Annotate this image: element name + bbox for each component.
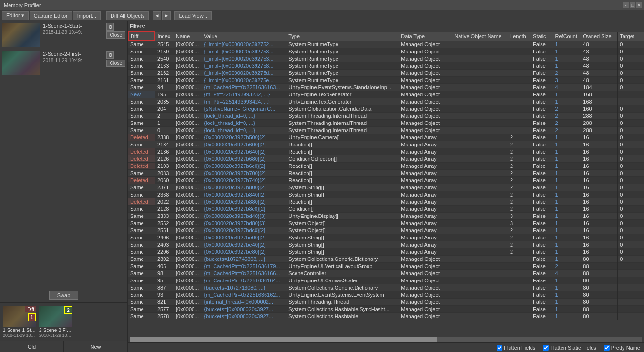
col-header-value[interactable]: Value xyxy=(202,32,286,41)
old-label[interactable]: Old xyxy=(0,341,64,352)
horizontal-scrollbar[interactable] xyxy=(128,335,644,342)
table-row[interactable]: Same 2035 [0x0000... {m_Ptr=225149399342… xyxy=(128,98,644,105)
cell-value[interactable]: {0x0000020c3927be40}[2] xyxy=(202,241,286,248)
table-row[interactable]: Deleted 2060 [0x0000... {0x0000020c3927b… xyxy=(128,177,644,184)
cell-value[interactable]: {m_Ptr=2251493993424, ...} xyxy=(202,98,286,105)
table-wrapper[interactable]: Diff Index Name Value Type Data Type Nat… xyxy=(128,31,644,335)
table-row[interactable]: Deleted 2103 [0x0000... {0x0000020c3927b… xyxy=(128,163,644,170)
table-row[interactable]: Deleted 2126 [0x0000... {0x0000020c3927b… xyxy=(128,155,644,163)
table-row[interactable]: Same 2083 [0x0000... {0x0000020c3927b700… xyxy=(128,170,644,177)
cell-value[interactable]: {0x0000020c3927bdc0}[2] xyxy=(202,227,286,234)
col-header-ownedsize[interactable]: Owned Size xyxy=(581,32,618,41)
table-row[interactable]: Same 405 [0x0000... {m_CachedPtr=0x22516… xyxy=(128,263,644,270)
cell-value[interactable]: {0x0000020c3927b740}[2] xyxy=(202,177,286,184)
cell-value[interactable]: {lock_thread_id=0, ...} xyxy=(202,113,286,120)
table-row[interactable]: Same 2578 [0x0000... {buckets=[0x0000020… xyxy=(128,313,644,320)
cell-value[interactable]: {0x0000020c3927b6c0}[2] xyxy=(202,163,286,170)
table-row[interactable]: Same 2545 [0x0000... {_impl=[0x0000020c3… xyxy=(128,41,644,48)
table-row[interactable]: Same 2128 [0x0000... {0x0000020c3927b8c0… xyxy=(128,206,644,213)
pretty-name-checkbox[interactable]: Pretty Name xyxy=(604,345,640,351)
cell-value[interactable]: {m_CachedPtr=0x2251636163... xyxy=(202,84,286,91)
cell-value[interactable]: {lock_thread_id=0, ...} xyxy=(202,127,286,134)
snapshot-gear-1[interactable]: ⚙ xyxy=(106,23,114,31)
cell-value[interactable]: {buckets=[0x0000020c3927... xyxy=(202,313,286,320)
cell-value[interactable]: {_impl=[0x0000020c39275d... xyxy=(202,70,286,77)
table-row[interactable]: Same 204 [0x0000... {sNativeName="Gregor… xyxy=(128,105,644,113)
table-row[interactable]: Same 95 [0x0000... {m_CachedPtr=0x225163… xyxy=(128,277,644,284)
cell-value[interactable]: {0x0000020c3927b640}[2] xyxy=(202,148,286,155)
table-row[interactable]: Same 2552 [0x0000... {0x0000020c3927bd80… xyxy=(128,220,644,227)
col-header-type[interactable]: Type xyxy=(286,32,399,41)
table-row[interactable]: Deleted 2136 [0x0000... {0x0000020c3927b… xyxy=(128,148,644,155)
table-row[interactable]: Same 2134 [0x0000... {0x0000020c3927b600… xyxy=(128,141,644,148)
maximize-button[interactable]: □ xyxy=(630,2,635,8)
cell-value[interactable]: {0x0000020c3927b680}[2] xyxy=(202,155,286,163)
cell-value[interactable]: {0x0000020c3927b500}[2] xyxy=(202,134,286,141)
table-row[interactable]: Same 94 [0x0000... {m_CachedPtr=0x225163… xyxy=(128,84,644,91)
table-row[interactable]: Deleted 2022 [0x0000... {0x0000020c3927b… xyxy=(128,198,644,206)
nav-next-button[interactable]: ► xyxy=(162,11,171,20)
table-row[interactable]: Same 2206 [0x0000... {0x0000020c3927be80… xyxy=(128,248,644,256)
cell-value[interactable]: {0x0000020c3927b700}[2] xyxy=(202,170,286,177)
bottom-snap-1[interactable]: 1-Scene-1-Sta... 2018-11-29 10:4... Diff… xyxy=(2,305,37,339)
table-row[interactable]: Same 2163 [0x0000... {_impl=[0x0000020c3… xyxy=(128,62,644,70)
cell-value[interactable]: {sNativeName="Gregorian C... xyxy=(202,105,286,113)
cell-value[interactable]: {0x0000020c3927b840}[2] xyxy=(202,191,286,198)
cell-value[interactable]: {m_CachedPtr=0x2251636162... xyxy=(202,291,286,299)
table-row[interactable]: Same 2403 [0x0000... {0x0000020c3927be40… xyxy=(128,241,644,248)
table-row[interactable]: Same 2540 [0x0000... {_impl=[0x0000020c3… xyxy=(128,55,644,62)
table-row[interactable]: Same 2159 [0x0000... {_impl=[0x0000020c3… xyxy=(128,48,644,55)
snapshot-close-2[interactable]: Close xyxy=(106,60,125,67)
col-header-index[interactable]: Index xyxy=(155,32,174,41)
nav-prev-button[interactable]: ◄ xyxy=(153,11,161,20)
load-view-button[interactable]: Load View... xyxy=(174,11,212,20)
cell-value[interactable]: {0x0000020c3927b800}[2] xyxy=(202,184,286,191)
col-header-refcount[interactable]: RefCount xyxy=(553,32,581,41)
table-row[interactable]: New 195 [0x0000... {m_Ptr=2251493993232,… xyxy=(128,91,644,98)
flatten-static-checkbox[interactable]: Flatten Static Fields xyxy=(543,345,596,351)
table-row[interactable]: Same 93 [0x0000... {m_CachedPtr=0x225163… xyxy=(128,291,644,299)
cell-value[interactable]: {m_Ptr=2251493993232, ...} xyxy=(202,91,286,98)
cell-value[interactable]: {_impl=[0x0000020c392752... xyxy=(202,41,286,48)
cell-value[interactable]: {m_CachedPtr=0x2251636166... xyxy=(202,270,286,277)
swap-button[interactable]: Swap xyxy=(49,291,79,300)
cell-value[interactable]: {0x0000020c3927b880}[2] xyxy=(202,198,286,206)
cell-value[interactable]: {0x0000020c3927be00}[2] xyxy=(202,234,286,241)
cell-value[interactable]: {0x0000020c3927bd40}[3] xyxy=(202,213,286,220)
col-header-diff[interactable]: Diff xyxy=(128,32,155,41)
col-header-name[interactable]: Name xyxy=(174,32,202,41)
table-row[interactable]: Same 2 [0x0000... {lock_thread_id=0, ...… xyxy=(128,113,644,120)
table-row[interactable]: Same 821 [0x0000... {internal_thread={0x… xyxy=(128,299,644,306)
diff-all-button[interactable]: Diff All Objects xyxy=(106,11,149,20)
col-header-datatype[interactable]: Data Type xyxy=(399,32,452,41)
close-window-button[interactable]: ✕ xyxy=(636,2,642,8)
cell-value[interactable]: {m_CachedPtr=0x2251636179... xyxy=(202,263,286,270)
new-label[interactable]: New xyxy=(64,341,127,352)
table-row[interactable]: Same 2161 [0x0000... {_impl=[0x0000020c3… xyxy=(128,77,644,84)
cell-value[interactable]: {buckets=[0x0000020c3927... xyxy=(202,306,286,313)
col-header-length[interactable]: Length xyxy=(508,32,531,41)
col-header-target[interactable]: Target xyxy=(618,32,644,41)
cell-value[interactable]: {lock_thread_id=0, ...} xyxy=(202,120,286,127)
cell-value[interactable]: {_impl=[0x0000020c392758... xyxy=(202,62,286,70)
table-row[interactable]: Same 2551 [0x0000... {0x0000020c3927bdc0… xyxy=(128,227,644,234)
cell-value[interactable]: {0x0000020c3927be80}[2] xyxy=(202,248,286,256)
col-header-native[interactable]: Native Object Name xyxy=(452,32,508,41)
minimize-button[interactable]: - xyxy=(623,2,629,8)
cell-value[interactable]: {buckets=1072716080, ...} xyxy=(202,284,286,291)
table-row[interactable]: Same 2333 [0x0000... {0x0000020c3927bd40… xyxy=(128,213,644,220)
cell-value[interactable]: {_impl=[0x0000020c392753... xyxy=(202,55,286,62)
table-row[interactable]: Same 887 [0x0000... {buckets=1072716080,… xyxy=(128,284,644,291)
table-row[interactable]: Same 2368 [0x0000... {0x0000020c3927b840… xyxy=(128,191,644,198)
snapshot-gear-2[interactable]: ⚙ xyxy=(106,51,114,59)
table-row[interactable]: Same 98 [0x0000... {m_CachedPtr=0x225163… xyxy=(128,270,644,277)
table-row[interactable]: Same 2162 [0x0000... {_impl=[0x0000020c3… xyxy=(128,70,644,77)
table-row[interactable]: Same 0 [0x0000... {lock_thread_id=0, ...… xyxy=(128,127,644,134)
capture-editor-button[interactable]: Capture Editor xyxy=(30,11,72,20)
table-row[interactable]: Same 2577 [0x0000... {buckets=[0x0000020… xyxy=(128,306,644,313)
table-row[interactable]: Same 1 [0x0000... {lock_thread_id=0, ...… xyxy=(128,120,644,127)
flatten-fields-checkbox[interactable]: Flatten Fields xyxy=(497,345,535,351)
bottom-snap-2[interactable]: 2-Scene-2-Firs... 2018-11-29 10:4... 2 xyxy=(38,305,73,339)
cell-value[interactable]: {internal_thread={0x000002... xyxy=(202,299,286,306)
cell-value[interactable]: {_impl=[0x0000020c392753... xyxy=(202,48,286,55)
